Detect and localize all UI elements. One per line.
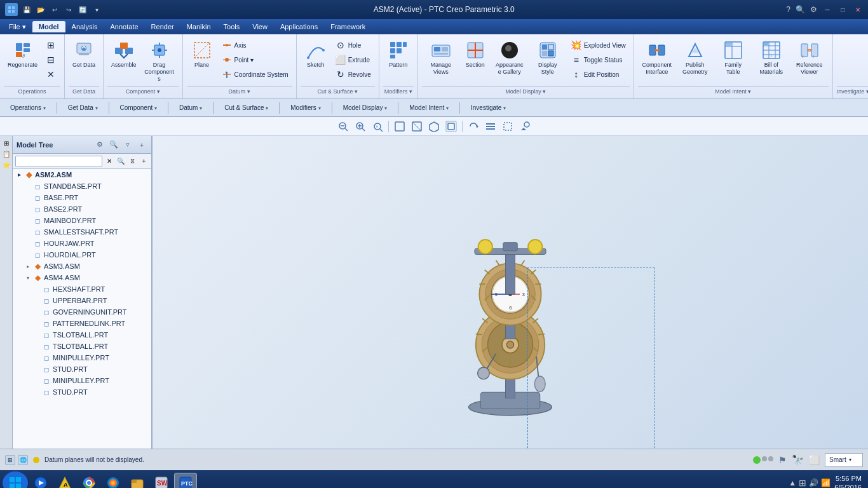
menu-applications[interactable]: Applications bbox=[274, 21, 324, 32]
taskbar-firefox[interactable] bbox=[102, 473, 125, 488]
status-search-icon[interactable]: 🔭 bbox=[792, 454, 804, 466]
menu-view[interactable]: View bbox=[246, 21, 274, 32]
sidebar-icon-1[interactable]: ⊞ bbox=[2, 139, 11, 147]
coord-button[interactable]: ✛ Coordinate System bbox=[219, 67, 291, 81]
titlebar-minimize[interactable]: ─ bbox=[822, 5, 832, 14]
manage-views-button[interactable]: Manage Views bbox=[423, 38, 459, 78]
tree-item-tslotball2[interactable]: ◻ TSLOTBALL.PRT bbox=[13, 341, 151, 352]
sub-tab-modeldisplay[interactable]: Model Display ▾ bbox=[337, 102, 394, 113]
menu-manikin[interactable]: Manikin bbox=[180, 21, 217, 32]
menu-annotate[interactable]: Annotate bbox=[104, 21, 145, 32]
sub-tab-cutsurface[interactable]: Cut & Surface ▾ bbox=[218, 102, 275, 113]
zoom-fit-button[interactable]: + bbox=[370, 119, 385, 133]
tree-search-input[interactable] bbox=[15, 156, 102, 167]
menu-analysis[interactable]: Analysis bbox=[65, 21, 104, 32]
taskbar-media-player[interactable] bbox=[29, 473, 52, 488]
repaint-button[interactable] bbox=[517, 119, 532, 133]
taskbar-layout-icon[interactable]: ⊞ bbox=[799, 478, 806, 488]
tree-expand-btn[interactable]: ▿ bbox=[122, 139, 133, 151]
settings-view-button[interactable] bbox=[483, 119, 498, 133]
view-back-button[interactable] bbox=[409, 119, 424, 133]
section-button[interactable]: Section bbox=[461, 38, 489, 71]
edit-position-button[interactable]: ↕ Edit Position bbox=[568, 67, 628, 81]
start-button[interactable] bbox=[3, 471, 28, 488]
zoom-out-button[interactable] bbox=[336, 119, 351, 133]
point-button[interactable]: Point ▾ bbox=[219, 53, 291, 67]
repaint-quick-icon[interactable]: 🔄 bbox=[78, 4, 88, 15]
ops-btn1[interactable]: ⊞ bbox=[43, 38, 59, 52]
taskbar-network[interactable]: 📶 bbox=[821, 478, 831, 487]
titlebar-maximize[interactable]: □ bbox=[837, 5, 848, 14]
menu-file[interactable]: File ▾ bbox=[3, 21, 32, 33]
taskbar-creo[interactable]: PTC bbox=[174, 473, 197, 488]
tree-find-button[interactable]: 🔍 bbox=[116, 156, 125, 166]
tree-filter-icon[interactable]: ⧖ bbox=[128, 156, 137, 166]
tree-item-stud2[interactable]: ◻ STUD.PRT bbox=[13, 386, 151, 398]
taskbar-explorer[interactable] bbox=[126, 473, 149, 488]
reference-viewer-button[interactable]: i i Reference Viewer bbox=[792, 38, 827, 78]
family-table-button[interactable]: Family Table bbox=[715, 38, 751, 78]
taskbar-solidworks[interactable]: SW bbox=[150, 473, 173, 488]
tree-item-standbase[interactable]: ◻ STANDBASE.PRT bbox=[13, 180, 151, 192]
tree-item-asm4[interactable]: ▾ ◆ ASM4.ASM bbox=[13, 272, 151, 283]
titlebar-help-icon[interactable]: ? bbox=[786, 5, 790, 14]
hole-button[interactable]: ⊙ Hole bbox=[332, 38, 374, 52]
viewport[interactable]: 12 3 6 9 bbox=[153, 136, 868, 449]
status-icon-2[interactable]: 🌐 bbox=[18, 455, 28, 465]
menu-render[interactable]: Render bbox=[145, 21, 180, 32]
open-quick-icon[interactable]: 📂 bbox=[36, 4, 46, 15]
tree-settings-btn[interactable]: ⚙ bbox=[94, 139, 105, 151]
taskbar-chrome[interactable] bbox=[78, 473, 100, 488]
tree-filter-btn[interactable]: 🔍 bbox=[108, 139, 119, 151]
tree-item-minipulley1[interactable]: ◻ MINIPULLEY.PRT bbox=[13, 352, 151, 363]
tree-add-column[interactable]: + bbox=[139, 156, 149, 166]
undo-quick-icon[interactable]: ↩ bbox=[50, 4, 60, 15]
status-template-icon[interactable]: ⬜ bbox=[809, 455, 820, 465]
expand-asm3[interactable]: ▸ bbox=[24, 262, 32, 270]
redo-quick-icon[interactable]: ↪ bbox=[64, 4, 74, 15]
menu-model[interactable]: Model bbox=[32, 21, 65, 32]
tree-search-button[interactable]: ✕ bbox=[104, 156, 114, 166]
assemble-button[interactable]: Assemble bbox=[109, 38, 139, 71]
tree-item-base[interactable]: ◻ BASE.PRT bbox=[13, 192, 151, 203]
view-front-button[interactable] bbox=[392, 119, 407, 133]
smart-select-dropdown[interactable]: Smart ▾ bbox=[825, 453, 863, 467]
ops-btn3[interactable]: ✕ bbox=[43, 67, 59, 81]
view-isometric-button[interactable] bbox=[426, 119, 442, 133]
bill-of-materials-button[interactable]: i Bill of Materials bbox=[754, 38, 789, 78]
tree-item-asm3[interactable]: ▸ ◆ ASM3.ASM bbox=[13, 261, 151, 272]
display-style-button[interactable]: Display Style bbox=[530, 38, 566, 78]
sidebar-icon-3[interactable]: ⭐ bbox=[2, 160, 11, 169]
drag-components-button[interactable]: Drag Components bbox=[142, 38, 177, 84]
titlebar-close[interactable]: ✕ bbox=[853, 5, 863, 14]
view-perspective-button[interactable] bbox=[444, 119, 459, 133]
regenerate-button[interactable]: ↺ Regenerate bbox=[5, 38, 40, 71]
tree-item-hourjaw[interactable]: ◻ HOURJAW.PRT bbox=[13, 238, 151, 249]
sub-tab-operations[interactable]: Operations ▾ bbox=[4, 102, 52, 113]
expand-asm4[interactable]: ▾ bbox=[24, 274, 32, 281]
sketch-button[interactable]: Sketch bbox=[302, 38, 330, 71]
tree-item-patternedlink[interactable]: ◻ PATTERNEDLINK.PRT bbox=[13, 318, 151, 329]
sub-tab-getdata[interactable]: Get Data ▾ bbox=[62, 102, 104, 113]
status-icon-1[interactable]: ⊞ bbox=[5, 455, 15, 465]
tree-item-minipulley2[interactable]: ◻ MINIPULLEY.PRT bbox=[13, 375, 151, 386]
tree-item-stud1[interactable]: ◻ STUD.PRT bbox=[13, 363, 151, 375]
extrude-button[interactable]: ⬜ Extrude bbox=[332, 53, 374, 67]
sub-tab-component[interactable]: Component ▾ bbox=[114, 102, 163, 113]
tree-expand-asm2[interactable]: ▸ bbox=[15, 171, 23, 179]
titlebar-search-icon[interactable]: 🔍 bbox=[796, 5, 805, 14]
save-quick-icon[interactable]: 💾 bbox=[22, 4, 32, 15]
menu-framework[interactable]: Framework bbox=[324, 21, 372, 32]
exploded-view-button[interactable]: 💥 Exploded View bbox=[568, 38, 628, 52]
getdata-btn[interactable]: Get Data bbox=[70, 38, 98, 71]
toggle-status-button[interactable]: ≡ Toggle Status bbox=[568, 53, 628, 67]
sidebar-icon-2[interactable]: 📋 bbox=[2, 149, 11, 158]
plane-display-button[interactable] bbox=[500, 119, 515, 133]
tree-item-hourdial[interactable]: ◻ HOURDIAL.PRT bbox=[13, 249, 151, 261]
titlebar-settings-icon[interactable]: ⚙ bbox=[810, 5, 817, 14]
sub-tab-datum[interactable]: Datum ▾ bbox=[173, 102, 208, 113]
sub-tab-modifiers[interactable]: Modifiers ▾ bbox=[284, 102, 327, 113]
pattern-button[interactable]: Pattern bbox=[384, 38, 412, 71]
plane-button[interactable]: Plane bbox=[188, 38, 216, 71]
taskbar-volume[interactable]: 🔊 bbox=[809, 478, 818, 487]
